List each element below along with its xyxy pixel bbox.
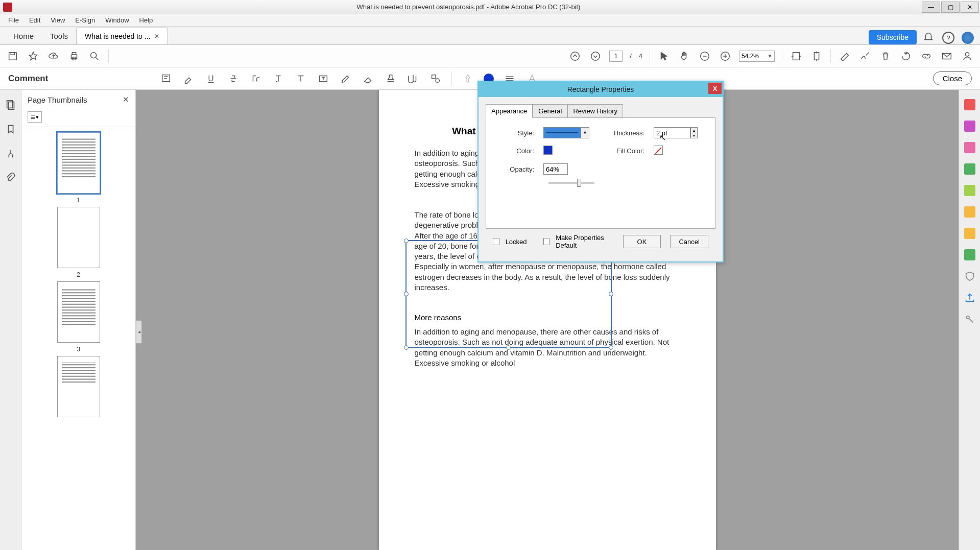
- window-close-button[interactable]: ✕: [961, 2, 979, 13]
- create-pdf-icon[interactable]: [964, 99, 975, 110]
- print-icon[interactable]: [67, 50, 81, 63]
- bookmark-rail-icon[interactable]: [5, 124, 16, 135]
- attachment-rail-icon[interactable]: [5, 173, 16, 184]
- combine-icon[interactable]: [964, 121, 975, 132]
- menu-view[interactable]: View: [45, 15, 70, 25]
- eraser-icon[interactable]: [362, 72, 375, 85]
- tab-home[interactable]: Home: [5, 28, 42, 44]
- highlight-tool-icon[interactable]: [182, 72, 195, 85]
- insert-text-icon[interactable]: [272, 72, 285, 85]
- page-up-icon[interactable]: [568, 50, 582, 63]
- comment-icon[interactable]: [964, 206, 975, 218]
- search-icon[interactable]: [88, 50, 101, 63]
- menu-help[interactable]: Help: [134, 15, 158, 25]
- star-icon[interactable]: [27, 50, 40, 63]
- tab-appearance[interactable]: Appearance: [486, 104, 533, 118]
- locked-checkbox[interactable]: [493, 238, 499, 245]
- zoom-in-icon[interactable]: [719, 50, 732, 63]
- sticky-note-icon[interactable]: [159, 72, 173, 85]
- hand-icon[interactable]: [678, 50, 691, 63]
- page-number-input[interactable]: [609, 51, 623, 62]
- dialog-title-bar[interactable]: Rectangle Properties X: [479, 82, 723, 97]
- share-icon[interactable]: [964, 292, 975, 303]
- menu-edit[interactable]: Edit: [24, 15, 45, 25]
- menu-file[interactable]: File: [3, 15, 24, 25]
- fit-width-icon[interactable]: [790, 50, 803, 63]
- handle-bl[interactable]: [404, 345, 409, 350]
- thumb-page-4[interactable]: [57, 356, 100, 417]
- handle-tl[interactable]: [404, 238, 409, 243]
- attach-icon[interactable]: [407, 72, 420, 85]
- text-box-icon[interactable]: [317, 72, 330, 85]
- fill-color-swatch[interactable]: [654, 146, 663, 155]
- close-comment-button[interactable]: Close: [933, 71, 972, 85]
- slider-thumb[interactable]: [577, 179, 581, 187]
- tab-general[interactable]: General: [533, 104, 567, 118]
- opacity-slider[interactable]: [548, 182, 594, 184]
- cloud-upload-icon[interactable]: [47, 50, 60, 63]
- pin-icon[interactable]: [461, 72, 474, 85]
- thickness-input[interactable]: [654, 127, 690, 138]
- underline-icon[interactable]: [204, 72, 218, 85]
- save-icon[interactable]: [6, 50, 19, 63]
- branch-rail-icon[interactable]: [5, 148, 16, 159]
- export-icon[interactable]: [964, 163, 975, 175]
- thickness-spinner[interactable]: ▲▼: [690, 127, 698, 138]
- minimize-button[interactable]: —: [922, 2, 940, 13]
- make-default-checkbox[interactable]: [543, 238, 550, 245]
- fill-sign-icon[interactable]: [964, 228, 975, 239]
- thumbnail-list[interactable]: 1 2 3: [21, 127, 135, 550]
- strikethrough-icon[interactable]: [227, 72, 240, 85]
- protect-icon[interactable]: [964, 271, 975, 282]
- account-icon[interactable]: [962, 32, 974, 44]
- shapes-icon[interactable]: [429, 72, 442, 85]
- organize-icon[interactable]: [964, 185, 975, 196]
- dialog-close-button[interactable]: X: [708, 83, 722, 94]
- ok-button[interactable]: OK: [623, 235, 661, 248]
- menu-esign[interactable]: E-Sign: [70, 15, 100, 25]
- handle-bm[interactable]: [506, 345, 511, 350]
- delete-icon[interactable]: [879, 50, 892, 63]
- menu-window[interactable]: Window: [100, 15, 134, 25]
- color-swatch[interactable]: [543, 146, 553, 155]
- text-comment-icon[interactable]: [294, 72, 307, 85]
- zoom-out-icon[interactable]: [698, 50, 711, 63]
- subscribe-button[interactable]: Subscribe: [869, 30, 917, 44]
- page-down-icon[interactable]: [589, 50, 602, 63]
- select-arrow-icon[interactable]: [657, 50, 671, 63]
- stamp-icon[interactable]: [384, 72, 397, 85]
- thumb-page-1[interactable]: [57, 132, 100, 194]
- doc-tab[interactable]: What is needed to ... ✕: [76, 28, 168, 44]
- profile-icon[interactable]: [961, 50, 974, 63]
- thumbnail-close-icon[interactable]: ✕: [123, 95, 129, 104]
- link-icon[interactable]: [920, 50, 933, 63]
- cancel-button[interactable]: Cancel: [670, 235, 708, 248]
- spinner-up-icon[interactable]: ▲: [691, 128, 697, 133]
- handle-ml[interactable]: [404, 292, 409, 296]
- fit-page-icon[interactable]: [810, 50, 823, 63]
- handle-mr[interactable]: [609, 292, 613, 296]
- tab-review-history[interactable]: Review History: [567, 104, 623, 118]
- maximize-button[interactable]: ▢: [941, 2, 960, 13]
- more-tools-icon[interactable]: [964, 249, 975, 260]
- thumb-page-3[interactable]: [57, 281, 100, 343]
- rotate-icon[interactable]: [899, 50, 913, 63]
- style-combo[interactable]: ▼: [543, 127, 589, 138]
- help-icon[interactable]: ?: [942, 32, 954, 44]
- thumbnail-options-button[interactable]: ☰▾: [28, 111, 42, 123]
- handle-br[interactable]: [609, 345, 613, 350]
- thumb-page-2[interactable]: [57, 207, 100, 268]
- thumbnails-rail-icon[interactable]: [5, 99, 16, 110]
- email-icon[interactable]: [940, 50, 953, 63]
- collapse-handle[interactable]: ◂: [136, 320, 142, 344]
- settings-icon[interactable]: [964, 314, 975, 325]
- notifications-icon[interactable]: [922, 31, 935, 44]
- opacity-input[interactable]: [543, 163, 568, 175]
- replace-text-icon[interactable]: [249, 72, 262, 85]
- sign-icon[interactable]: [858, 50, 872, 63]
- highlight-icon[interactable]: [838, 50, 851, 63]
- edit-pdf-icon[interactable]: [964, 142, 975, 153]
- tab-tools[interactable]: Tools: [42, 28, 76, 44]
- zoom-combo[interactable]: 54.2% ▼: [739, 51, 775, 62]
- pencil-icon[interactable]: [339, 72, 352, 85]
